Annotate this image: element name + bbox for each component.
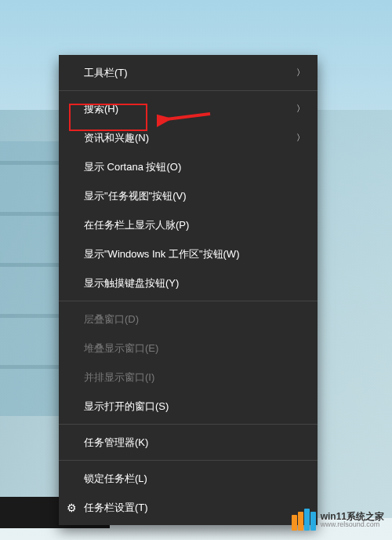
menu-item-3[interactable]: 资讯和兴趣(N)〉	[59, 123, 318, 152]
watermark-bar-1	[298, 512, 303, 531]
menu-item-6[interactable]: 在任务栏上显示人脉(P)	[59, 210, 318, 239]
menu-item-label: 工具栏(T)	[84, 66, 296, 80]
menu-item-15[interactable]: 任务管理器(K)	[59, 428, 318, 457]
menu-divider	[59, 424, 318, 425]
watermark-bar-0	[292, 515, 297, 531]
menu-item-label: 搜索(H)	[84, 102, 296, 116]
watermark-sub: www.relsound.com	[321, 521, 384, 528]
watermark-bar-3	[310, 512, 316, 531]
watermark-bar-2	[304, 509, 310, 531]
menu-item-2[interactable]: 搜索(H)〉	[59, 94, 318, 123]
menu-item-label: 在任务栏上显示人脉(P)	[84, 218, 305, 232]
menu-item-label: 任务管理器(K)	[84, 436, 305, 450]
menu-item-17[interactable]: 锁定任务栏(L)	[59, 464, 318, 493]
chevron-right-icon: 〉	[296, 132, 305, 144]
menu-item-5[interactable]: 显示"任务视图"按钮(V)	[59, 181, 318, 210]
watermark: win11系统之家 www.relsound.com	[292, 509, 384, 531]
watermark-main: win11系统之家	[321, 512, 384, 521]
menu-item-18[interactable]: ⚙任务栏设置(T)	[59, 493, 318, 522]
watermark-logo	[292, 509, 316, 531]
menu-item-8[interactable]: 显示触摸键盘按钮(Y)	[59, 268, 318, 297]
menu-item-11: 堆叠显示窗口(E)	[59, 334, 318, 363]
menu-item-7[interactable]: 显示"Windows Ink 工作区"按钮(W)	[59, 239, 318, 268]
menu-item-label: 显示 Cortana 按钮(O)	[84, 160, 305, 174]
menu-item-4[interactable]: 显示 Cortana 按钮(O)	[59, 152, 318, 181]
menu-item-label: 堆叠显示窗口(E)	[84, 341, 305, 356]
menu-item-label: 并排显示窗口(I)	[84, 370, 305, 385]
menu-item-label: 显示触摸键盘按钮(Y)	[84, 276, 305, 290]
menu-item-10: 层叠窗口(D)	[59, 305, 318, 334]
menu-item-0[interactable]: 工具栏(T)〉	[59, 58, 318, 87]
menu-item-label: 显示打开的窗口(S)	[84, 400, 305, 414]
menu-divider	[59, 301, 318, 301]
menu-divider	[59, 460, 318, 461]
menu-item-label: 任务栏设置(T)	[84, 501, 305, 515]
menu-item-label: 资讯和兴趣(N)	[84, 131, 296, 145]
menu-item-label: 显示"Windows Ink 工作区"按钮(W)	[84, 247, 305, 261]
menu-item-13[interactable]: 显示打开的窗口(S)	[59, 392, 318, 421]
menu-item-12: 并排显示窗口(I)	[59, 363, 318, 392]
chevron-right-icon: 〉	[296, 67, 305, 78]
menu-item-label: 层叠窗口(D)	[84, 312, 305, 327]
menu-divider	[59, 90, 318, 91]
watermark-text: win11系统之家 www.relsound.com	[321, 512, 384, 528]
menu-item-label: 锁定任务栏(L)	[84, 472, 305, 486]
taskbar-context-menu: 工具栏(T)〉搜索(H)〉资讯和兴趣(N)〉显示 Cortana 按钮(O)显示…	[59, 55, 318, 525]
gear-icon: ⚙	[67, 502, 77, 514]
menu-item-label: 显示"任务视图"按钮(V)	[84, 189, 305, 203]
chevron-right-icon: 〉	[296, 103, 305, 115]
